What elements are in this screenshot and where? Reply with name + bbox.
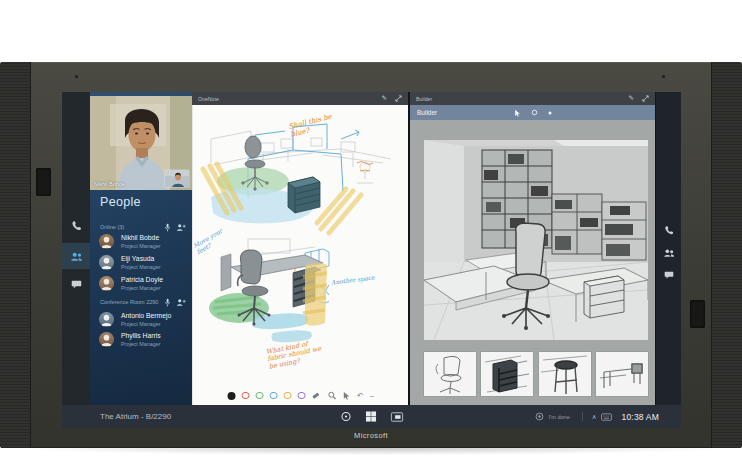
left-call-rail [62,92,90,405]
mic-icon[interactable] [164,298,171,307]
im-done-label[interactable]: I'm done [549,414,570,420]
video-self-preview[interactable] [165,170,189,187]
chevron-up-icon[interactable]: ∧ [592,413,597,421]
eraser-icon[interactable] [312,391,321,400]
pen-purple-swatch[interactable] [298,392,306,400]
contact-name: Antonio Bermejo [121,312,171,319]
keyboard-icon[interactable] [601,413,612,421]
start-windows-icon[interactable] [365,411,376,422]
device-shadow [26,448,716,455]
clock[interactable]: 10:38 AM [621,412,659,422]
onenote-titlebar[interactable]: OneNote ✎ [192,92,408,105]
builder-titlebar[interactable]: Builder ✎ [410,92,655,105]
avatar [99,332,114,347]
builder-window-title: Builder [416,96,621,102]
mic-icon[interactable] [164,223,171,232]
onenote-window-title: OneNote [198,96,374,102]
people-icon[interactable] [656,245,681,261]
overflow-dot-icon[interactable] [548,111,552,115]
undo-icon[interactable]: ↶ [357,392,363,400]
avatar [99,312,114,327]
cursor-tool-icon[interactable] [514,109,521,117]
minimize-toolbar-icon[interactable]: – [370,392,374,400]
builder-window: Builder ✎ Builder [410,92,655,405]
phone-icon[interactable] [62,217,90,233]
resize-icon[interactable] [395,95,402,102]
pen-black-swatch[interactable] [227,392,235,400]
contact-name: Eiji Yasuda [121,255,154,262]
builder-app-title: Builder [417,109,437,116]
thumbnail-stool[interactable] [539,352,591,396]
video-caption: Nikhil Bobde [94,181,125,187]
taskbar-divider [582,412,583,421]
builder-3d-viewport[interactable] [424,140,648,340]
contact-role: Project Manager [121,321,161,327]
contact-name: Phyllis Harris [121,332,161,339]
ink-pen-icon[interactable]: ✎ [382,95,387,102]
group-label-conference-room: Conference Room 2290 (2) [100,297,186,307]
contact-phyllis-harris[interactable]: Phyllis Harris Project Manager [90,330,192,350]
sensor-dot-right [662,75,665,78]
contact-name: Patricia Doyle [121,276,163,283]
surface-hub-scene: Nikhil Bobde People Online (3) [0,0,742,470]
pen-red-swatch[interactable] [242,392,250,400]
model-thumbnails [424,352,648,398]
add-person-icon[interactable] [176,223,186,232]
right-call-rail [656,92,681,405]
contact-role: Project Manager [121,264,161,270]
avatar [99,255,114,270]
thumbnail-chair[interactable] [424,352,476,396]
onenote-window: OneNote ✎ [192,92,408,405]
avatar [99,276,114,291]
phone-icon[interactable] [656,222,681,238]
sensor-dot-left [75,75,78,78]
zoom-icon[interactable] [327,391,336,400]
contact-role: Project Manager [121,341,161,347]
connect-display-icon[interactable] [390,412,403,422]
video-call-feed[interactable]: Nikhil Bobde [90,96,192,190]
room-name-label: The Atrium - B/2290 [100,412,171,421]
pen-blue-swatch[interactable] [270,392,278,400]
onenote-canvas[interactable]: Shall this be blue? Move your feet? Anot… [192,105,408,405]
contact-role: Project Manager [121,285,161,291]
avatar [99,234,114,249]
contact-eiji-yasuda[interactable]: Eiji Yasuda Project Manager [90,253,192,273]
contact-name: Nikhil Bobde [121,234,159,241]
contact-role: Project Manager [121,243,161,249]
chat-icon[interactable] [656,267,681,283]
left-speaker-grille [0,62,31,448]
group-label-online: Online (3) [100,222,186,232]
stylus-pen-left[interactable] [36,168,51,196]
contact-patricia-doyle[interactable]: Patricia Doyle Project Manager [90,274,192,294]
microsoft-logo: Microsoft [0,431,742,440]
people-icon[interactable] [62,248,90,264]
stylus-pen-right[interactable] [690,300,705,328]
ink-toolbar: ↶ – [227,391,374,400]
thumbnail-table[interactable] [596,352,648,396]
builder-content [410,120,655,405]
chat-icon[interactable] [62,276,90,292]
builder-tools [514,109,552,117]
quick-actions-circle-icon[interactable] [340,411,351,422]
people-panel-title: People [100,195,141,209]
pen-green-swatch[interactable] [256,392,264,400]
contact-antonio-bermejo[interactable]: Antonio Bermejo Project Manager [90,310,192,330]
taskbar-right-cluster: I'm done ∧ 10:38 AM [535,405,659,428]
surface-hub-device: Nikhil Bobde People Online (3) [0,62,742,448]
contact-nikhil-bobde[interactable]: Nikhil Bobde Project Manager [90,232,192,252]
taskbar-center-buttons [340,405,403,428]
pen-orange-swatch[interactable] [284,392,292,400]
builder-app-header: Builder [410,105,655,120]
ink-pen-icon[interactable]: ✎ [629,95,634,102]
resize-icon[interactable] [642,95,649,102]
im-done-icon[interactable] [535,412,544,421]
skype-people-panel: Nikhil Bobde People Online (3) [90,92,192,405]
taskbar: The Atrium - B/2290 I'm [62,405,681,428]
select-cursor-icon[interactable] [343,391,351,400]
display: Nikhil Bobde People Online (3) [62,92,681,428]
right-speaker-grille [711,62,742,448]
rotate-tool-icon[interactable] [531,109,538,116]
thumbnail-cabinet[interactable] [481,352,533,396]
add-person-icon[interactable] [176,298,186,307]
